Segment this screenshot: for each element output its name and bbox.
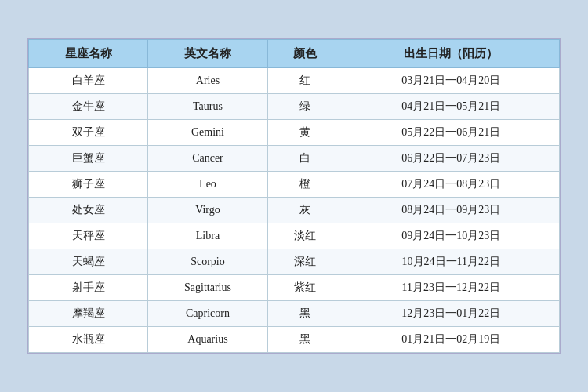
cell-color: 紫红	[267, 275, 343, 301]
zodiac-table-container: 星座名称 英文名称 颜色 出生日期（阳历） 白羊座Aries红03月21日一04…	[27, 38, 561, 354]
table-row: 射手座Sagittarius紫红11月23日一12月22日	[29, 275, 560, 301]
cell-english-name: Sagittarius	[148, 275, 267, 301]
table-row: 水瓶座Aquarius黑01月21日一02月19日	[29, 327, 560, 353]
cell-english-name: Libra	[148, 223, 267, 249]
cell-birthdate: 10月24日一11月22日	[343, 249, 559, 275]
cell-chinese-name: 天蝎座	[29, 249, 148, 275]
table-header-row: 星座名称 英文名称 颜色 出生日期（阳历）	[29, 40, 560, 68]
cell-chinese-name: 水瓶座	[29, 327, 148, 353]
table-row: 摩羯座Capricorn黑12月23日一01月22日	[29, 301, 560, 327]
cell-chinese-name: 狮子座	[29, 172, 148, 198]
cell-chinese-name: 金牛座	[29, 94, 148, 120]
cell-english-name: Gemini	[148, 120, 267, 146]
cell-color: 绿	[267, 94, 343, 120]
table-row: 狮子座Leo橙07月24日一08月23日	[29, 172, 560, 198]
cell-color: 橙	[267, 172, 343, 198]
cell-english-name: Aquarius	[148, 327, 267, 353]
cell-english-name: Taurus	[148, 94, 267, 120]
cell-chinese-name: 射手座	[29, 275, 148, 301]
table-body: 白羊座Aries红03月21日一04月20日金牛座Taurus绿04月21日一0…	[29, 68, 560, 353]
cell-english-name: Aries	[148, 68, 267, 94]
header-chinese-name: 星座名称	[29, 40, 148, 68]
cell-birthdate: 08月24日一09月23日	[343, 198, 559, 223]
cell-chinese-name: 双子座	[29, 120, 148, 146]
cell-color: 淡红	[267, 223, 343, 249]
zodiac-table: 星座名称 英文名称 颜色 出生日期（阳历） 白羊座Aries红03月21日一04…	[28, 39, 560, 353]
cell-english-name: Cancer	[148, 146, 267, 172]
cell-birthdate: 09月24日一10月23日	[343, 223, 559, 249]
cell-birthdate: 04月21日一05月21日	[343, 94, 559, 120]
cell-english-name: Leo	[148, 172, 267, 198]
table-row: 巨蟹座Cancer白06月22日一07月23日	[29, 146, 560, 172]
header-color: 颜色	[267, 40, 343, 68]
cell-chinese-name: 白羊座	[29, 68, 148, 94]
cell-birthdate: 12月23日一01月22日	[343, 301, 559, 327]
header-english-name: 英文名称	[148, 40, 267, 68]
cell-english-name: Capricorn	[148, 301, 267, 327]
table-row: 金牛座Taurus绿04月21日一05月21日	[29, 94, 560, 120]
cell-color: 黑	[267, 301, 343, 327]
cell-english-name: Virgo	[148, 198, 267, 223]
cell-chinese-name: 处女座	[29, 198, 148, 223]
cell-color: 深红	[267, 249, 343, 275]
cell-birthdate: 06月22日一07月23日	[343, 146, 559, 172]
cell-chinese-name: 巨蟹座	[29, 146, 148, 172]
cell-birthdate: 01月21日一02月19日	[343, 327, 559, 353]
cell-chinese-name: 摩羯座	[29, 301, 148, 327]
cell-color: 灰	[267, 198, 343, 223]
table-row: 双子座Gemini黄05月22日一06月21日	[29, 120, 560, 146]
table-row: 天蝎座Scorpio深红10月24日一11月22日	[29, 249, 560, 275]
cell-color: 黑	[267, 327, 343, 353]
cell-birthdate: 11月23日一12月22日	[343, 275, 559, 301]
table-row: 天秤座Libra淡红09月24日一10月23日	[29, 223, 560, 249]
cell-color: 红	[267, 68, 343, 94]
cell-birthdate: 07月24日一08月23日	[343, 172, 559, 198]
cell-birthdate: 03月21日一04月20日	[343, 68, 559, 94]
cell-birthdate: 05月22日一06月21日	[343, 120, 559, 146]
table-row: 处女座Virgo灰08月24日一09月23日	[29, 198, 560, 223]
table-row: 白羊座Aries红03月21日一04月20日	[29, 68, 560, 94]
cell-chinese-name: 天秤座	[29, 223, 148, 249]
cell-color: 黄	[267, 120, 343, 146]
cell-english-name: Scorpio	[148, 249, 267, 275]
cell-color: 白	[267, 146, 343, 172]
header-birthdate: 出生日期（阳历）	[343, 40, 559, 68]
